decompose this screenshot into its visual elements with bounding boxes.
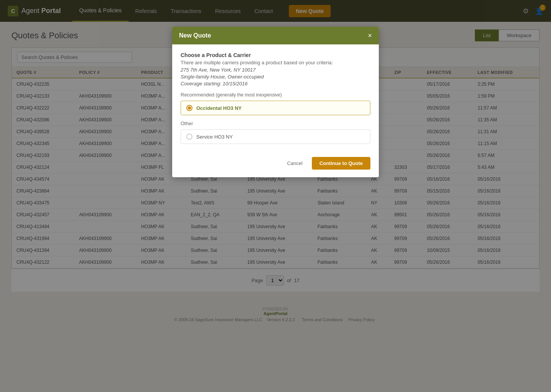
recommended-label: Recommended (generally the most inexpens…: [181, 92, 370, 98]
modal-overlay: New Quote × Choose a Product & Carrier T…: [0, 0, 551, 330]
other-radio: [186, 134, 192, 140]
modal-address-line3: Coverage starting: 10/15/2016: [181, 81, 370, 87]
recommended-carrier-option[interactable]: Occidental HO3 NY: [181, 101, 370, 115]
continue-to-quote-button[interactable]: Continue to Quote: [312, 157, 370, 170]
other-carrier-name: Service HO3 NY: [196, 134, 233, 140]
recommended-radio: [186, 105, 192, 111]
modal-address-line2: Single-family House, Owner-occupied: [181, 74, 370, 80]
modal-close-button[interactable]: ×: [368, 32, 372, 39]
modal-body: Choose a Product & Carrier There are mul…: [172, 44, 379, 151]
modal-footer: Cancel Continue to Quote: [172, 151, 379, 177]
cancel-button[interactable]: Cancel: [282, 157, 308, 170]
modal-title: New Quote: [179, 32, 211, 39]
modal-header: New Quote ×: [172, 27, 379, 44]
other-label: Other: [181, 121, 370, 126]
modal-description: There are multiple carriers providing a …: [181, 60, 370, 65]
new-quote-modal: New Quote × Choose a Product & Carrier T…: [172, 27, 379, 177]
other-carrier-option[interactable]: Service HO3 NY: [181, 129, 370, 144]
modal-address-line1: 275 7th Ave, New York, NY 10017: [181, 67, 370, 73]
recommended-carrier-name: Occidental HO3 NY: [196, 105, 241, 111]
modal-subtitle: Choose a Product & Carrier: [181, 52, 370, 58]
